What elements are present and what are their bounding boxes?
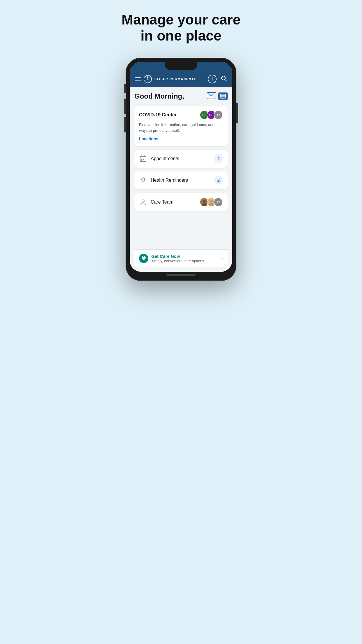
svg-rect-21 — [143, 159, 144, 160]
covid-avatar-group: SL CL +2 — [200, 110, 223, 120]
svg-rect-3 — [147, 76, 148, 77]
greeting-icons — [207, 92, 228, 100]
health-reminders-card[interactable]: Health Reminders 2 — [134, 171, 228, 189]
care-team-card-left: Care Team — [139, 198, 173, 206]
svg-point-23 — [142, 200, 144, 202]
bottom-banner-subtitle: Timely, convenient care options — [151, 259, 204, 263]
bottom-banner-text: Get Care Now Timely, convenient care opt… — [151, 254, 204, 263]
heart-icon — [139, 254, 148, 263]
kp-logo: KAISER PERMANENTE. — [144, 75, 198, 83]
svg-rect-7 — [145, 79, 146, 79]
health-reminders-badge: 2 — [214, 176, 223, 185]
kp-logo-text: KAISER PERMANENTE. — [154, 77, 198, 81]
calendar-icon — [139, 155, 147, 163]
mail-button[interactable] — [207, 92, 215, 100]
appointments-badge: 2 — [214, 154, 223, 163]
kp-logo-icon — [144, 75, 152, 83]
phone-button-power — [236, 103, 238, 123]
bottom-banner[interactable]: Get Care Now Timely, convenient care opt… — [134, 249, 228, 267]
spacer — [134, 215, 228, 246]
care-team-label: Care Team — [151, 200, 173, 205]
appointments-card[interactable]: Appointments 2 — [134, 150, 228, 168]
id-card-button[interactable] — [218, 92, 228, 100]
svg-line-9 — [225, 79, 227, 81]
covid-card[interactable]: COVID-19 Center SL CL +2 Find vaccine in… — [134, 106, 228, 146]
phone-button-vol-up — [124, 99, 126, 114]
svg-rect-13 — [221, 96, 223, 97]
greeting-text: Good Morning, — [134, 92, 184, 100]
apple-icon — [139, 176, 147, 184]
covid-description: Find vaccine information, care guidance,… — [139, 122, 223, 133]
phone-home-bar — [166, 274, 196, 276]
app-content: Good Morning, — [130, 87, 232, 272]
phone-shell: KAISER PERMANENTE. i Good Morning, — [126, 58, 236, 281]
care-team-card[interactable]: Care Team — [134, 193, 228, 211]
svg-rect-6 — [150, 79, 150, 79]
hamburger-menu-icon[interactable] — [135, 77, 141, 81]
bottom-banner-title: Get Care Now — [151, 254, 204, 259]
svg-point-27 — [210, 200, 213, 203]
care-team-avatars: +2 — [200, 197, 223, 207]
svg-point-25 — [203, 200, 206, 203]
svg-point-1 — [147, 77, 148, 78]
person-icon — [139, 198, 147, 206]
phone-button-silent — [124, 84, 126, 93]
care-avatar-plus: +2 — [214, 197, 223, 207]
header-left: KAISER PERMANENTE. — [135, 75, 198, 83]
phone-notch — [165, 62, 197, 70]
appointments-label: Appointments — [151, 156, 179, 161]
chevron-right-icon: › — [221, 256, 223, 262]
svg-rect-20 — [141, 159, 142, 160]
header-right: i — [208, 75, 227, 83]
health-reminders-label: Health Reminders — [151, 178, 188, 183]
phone-button-vol-down — [124, 117, 126, 132]
health-reminders-card-left: Health Reminders — [139, 176, 188, 184]
svg-rect-2 — [147, 78, 148, 80]
appointments-card-left: Appointments — [139, 155, 179, 163]
phone-screen: KAISER PERMANENTE. i Good Morning, — [130, 62, 232, 272]
search-button[interactable] — [221, 75, 227, 83]
covid-title: COVID-19 Center — [139, 112, 177, 118]
locations-link[interactable]: Locations — [139, 136, 158, 141]
svg-rect-11 — [220, 94, 226, 98]
info-button[interactable]: i — [208, 75, 217, 83]
covid-card-header: COVID-19 Center SL CL +2 — [139, 110, 223, 120]
bottom-banner-left: Get Care Now Timely, convenient care opt… — [139, 254, 204, 263]
svg-rect-22 — [141, 160, 142, 161]
page-headline: Manage your care in one place — [122, 12, 240, 44]
greeting-row: Good Morning, — [134, 92, 228, 100]
avatar-plus: +2 — [214, 110, 223, 120]
mail-badge — [214, 91, 217, 94]
